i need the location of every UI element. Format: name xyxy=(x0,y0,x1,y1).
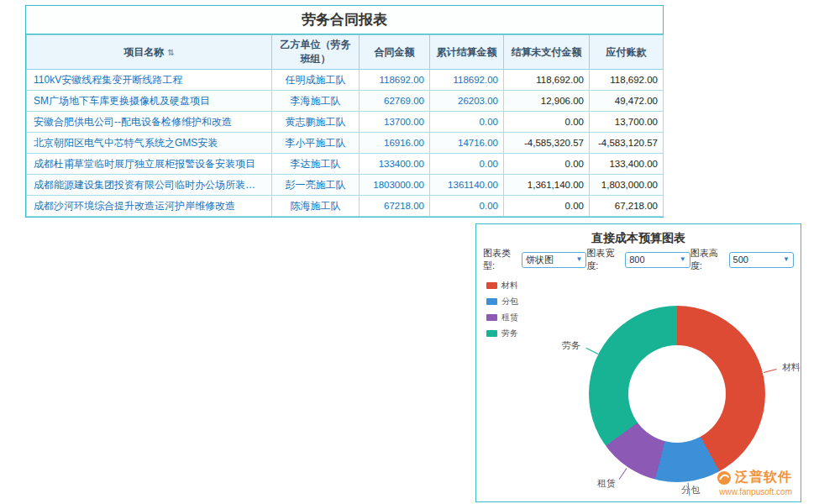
contract-amount-cell: 1803000.00 xyxy=(360,175,430,196)
table-row[interactable]: 北京朝阳区电气中芯特气系统之GMS安装 李小平施工队 16916.00 1471… xyxy=(27,133,664,154)
payable-amount-cell: 1,803,000.00 xyxy=(590,175,664,196)
table-row[interactable]: 成都杜甫草堂临时展厅独立展柜报警设备安装项目 李达施工队 133400.00 0… xyxy=(27,154,664,175)
sort-icon[interactable]: ⇅ xyxy=(167,48,174,57)
legend-label: 分包 xyxy=(501,296,518,307)
chart-height-control: 图表高度: 500 ▼ xyxy=(690,247,794,272)
payable-amount-cell: -4,583,120.57 xyxy=(590,133,664,154)
chart-type-select[interactable]: 饼状图 ▼ xyxy=(522,252,586,268)
payable-amount-cell: 118,692.00 xyxy=(590,70,664,91)
unpaid-amount-cell: -4,585,320.57 xyxy=(504,133,590,154)
chart-width-control: 图表宽度: 800 ▼ xyxy=(586,247,690,272)
project-name-link[interactable]: 北京朝阳区电气中芯特气系统之GMS安装 xyxy=(27,133,272,154)
contract-amount-cell: 16916.00 xyxy=(360,133,430,154)
table-row[interactable]: 成都能源建设集团投资有限公司临时办公场所装修改造工程EPC 彭一亮施工队 180… xyxy=(27,175,664,196)
chevron-down-icon: ▼ xyxy=(680,256,686,263)
chart-width-value: 800 xyxy=(629,255,644,265)
report-table: 项目名称⇅ 乙方单位（劳务班组） 合同金额 累计结算金额 结算未支付金额 应付账… xyxy=(26,34,664,217)
legend-label: 劳务 xyxy=(501,328,518,339)
project-name-link[interactable]: SM广场地下车库更换摄像机及硬盘项目 xyxy=(27,91,272,112)
col-header-project-name-label: 项目名称 xyxy=(123,46,164,58)
label-line xyxy=(585,348,598,354)
payable-amount-cell: 13,700.00 xyxy=(590,112,664,133)
chart-legend: 材料分包租赁劳务 xyxy=(486,280,518,344)
project-name-link[interactable]: 成都沙河环境综合提升改造运河护岸维修改造 xyxy=(27,196,272,217)
chart-height-select[interactable]: 500 ▼ xyxy=(729,252,794,268)
col-header-team[interactable]: 乙方单位（劳务班组） xyxy=(272,35,360,70)
slice-label: 材料 xyxy=(782,361,801,374)
team-name-link[interactable]: 陈海施工队 xyxy=(272,196,360,217)
contract-amount-cell: 13700.00 xyxy=(360,112,430,133)
fanpu-logo-icon xyxy=(717,470,732,486)
project-name-link[interactable]: 安徽合肥供电公司--配电设备检修维护和改造 xyxy=(27,112,272,133)
team-name-link[interactable]: 彭一亮施工队 xyxy=(272,175,360,196)
project-name-link[interactable]: 成都杜甫草堂临时展厅独立展柜报警设备安装项目 xyxy=(27,154,272,175)
chart-controls: 图表类型: 饼状图 ▼ 图表宽度: 800 ▼ 图表高度: 500 ▼ xyxy=(476,249,801,270)
legend-item[interactable]: 分包 xyxy=(486,296,518,307)
team-name-link[interactable]: 李达施工队 xyxy=(272,154,360,175)
settled-amount-cell: 118692.00 xyxy=(430,70,504,91)
chart-width-label: 图表宽度: xyxy=(586,247,622,272)
report-title: 劳务合同报表 xyxy=(26,6,663,34)
donut-hole xyxy=(628,345,726,443)
settled-amount-cell: 0.00 xyxy=(430,196,504,217)
col-header-payable-amount[interactable]: 应付账款 xyxy=(590,35,664,70)
legend-swatch xyxy=(486,314,497,321)
team-name-link[interactable]: 黄志鹏施工队 xyxy=(272,112,360,133)
legend-label: 租赁 xyxy=(501,312,518,323)
col-header-project-name[interactable]: 项目名称⇅ xyxy=(27,35,272,70)
legend-item[interactable]: 租赁 xyxy=(486,312,518,323)
settled-amount-cell: 14716.00 xyxy=(430,133,504,154)
unpaid-amount-cell: 12,906.00 xyxy=(504,91,590,112)
contract-amount-cell: 133400.00 xyxy=(360,154,430,175)
legend-swatch xyxy=(486,330,497,337)
contract-amount-cell: 62769.00 xyxy=(360,91,430,112)
chart-title: 直接成本预算图表 xyxy=(476,224,801,249)
table-row[interactable]: 安徽合肥供电公司--配电设备检修维护和改造 黄志鹏施工队 13700.00 0.… xyxy=(27,112,664,133)
chart-width-select[interactable]: 800 ▼ xyxy=(625,252,690,268)
chevron-down-icon: ▼ xyxy=(783,256,790,263)
label-line xyxy=(619,468,627,480)
chevron-down-icon: ▼ xyxy=(575,256,582,263)
unpaid-amount-cell: 118,692.00 xyxy=(504,70,590,91)
table-row[interactable]: 110kV安徽线程集变开断线路工程 任明成施工队 118692.00 11869… xyxy=(27,70,664,91)
project-name-link[interactable]: 成都能源建设集团投资有限公司临时办公场所装修改造工程EPC xyxy=(27,175,272,196)
direct-cost-budget-chart-panel: 直接成本预算图表 图表类型: 饼状图 ▼ 图表宽度: 800 ▼ 图表高度: 5… xyxy=(475,223,801,502)
settled-amount-cell: 0.00 xyxy=(430,154,504,175)
payable-amount-cell: 49,472.00 xyxy=(590,91,664,112)
payable-amount-cell: 67,218.00 xyxy=(590,196,664,217)
unpaid-amount-cell: 0.00 xyxy=(504,112,590,133)
legend-label: 材料 xyxy=(501,280,518,291)
col-header-contract-amount[interactable]: 合同金额 xyxy=(360,35,430,70)
col-header-settled-amount[interactable]: 累计结算金额 xyxy=(430,35,504,70)
label-line xyxy=(764,369,777,373)
legend-swatch xyxy=(486,282,497,289)
unpaid-amount-cell: 0.00 xyxy=(504,154,590,175)
chart-type-control: 图表类型: 饼状图 ▼ xyxy=(483,247,586,272)
settled-amount-cell: 0.00 xyxy=(430,112,504,133)
chart-height-value: 500 xyxy=(733,255,748,265)
table-row[interactable]: 成都沙河环境综合提升改造运河护岸维修改造 陈海施工队 67218.00 0.00… xyxy=(27,196,664,217)
team-name-link[interactable]: 李海施工队 xyxy=(272,91,360,112)
project-name-link[interactable]: 110kV安徽线程集变开断线路工程 xyxy=(27,70,272,91)
payable-amount-cell: 133,400.00 xyxy=(590,154,664,175)
report-table-body: 110kV安徽线程集变开断线路工程 任明成施工队 118692.00 11869… xyxy=(27,70,664,217)
watermark-brand: 泛普软件 xyxy=(735,469,792,486)
team-name-link[interactable]: 任明成施工队 xyxy=(272,70,360,91)
settled-amount-cell: 1361140.00 xyxy=(430,175,504,196)
chart-height-label: 图表高度: xyxy=(690,247,727,272)
col-header-unpaid-amount[interactable]: 结算未支付金额 xyxy=(504,35,590,70)
table-row[interactable]: SM广场地下车库更换摄像机及硬盘项目 李海施工队 62769.00 26203.… xyxy=(27,91,664,112)
contract-amount-cell: 67218.00 xyxy=(360,196,430,217)
legend-swatch xyxy=(486,298,497,305)
team-name-link[interactable]: 李小平施工队 xyxy=(272,133,360,154)
unpaid-amount-cell: 0.00 xyxy=(504,196,590,217)
watermark-url: www.fanpusoft.com xyxy=(717,487,792,496)
chart-type-value: 饼状图 xyxy=(526,254,554,266)
slice-label: 劳务 xyxy=(562,339,580,351)
unpaid-amount-cell: 1,361,140.00 xyxy=(504,175,590,196)
chart-type-label: 图表类型: xyxy=(483,247,519,272)
labor-contract-report-panel: 劳务合同报表 项目名称⇅ 乙方单位（劳务班组） 合同金额 累计结算金额 结算未支… xyxy=(25,5,664,218)
legend-item[interactable]: 材料 xyxy=(486,280,518,291)
legend-item[interactable]: 劳务 xyxy=(486,328,518,339)
slice-label: 分包 xyxy=(681,484,700,496)
